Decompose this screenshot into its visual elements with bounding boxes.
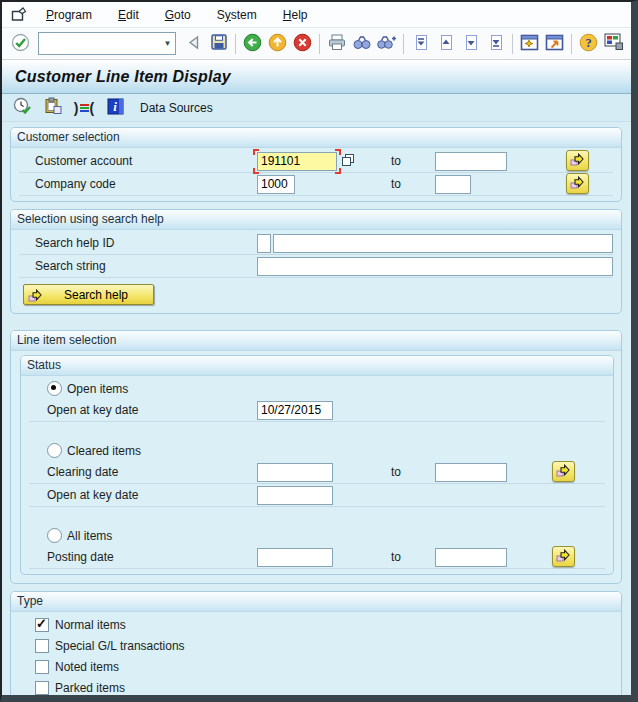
toolbar-separator: [235, 34, 236, 54]
company-code-label: Company code: [35, 177, 257, 191]
special-gl-transactions-label: Special G/L transactions: [55, 639, 185, 653]
customer-selection-section: Customer selection Customer account to: [10, 127, 622, 202]
next-page-button[interactable]: [458, 31, 483, 56]
exit-icon: [268, 33, 287, 55]
open-at-key-date-label: Open at key date: [47, 403, 257, 417]
focus-frame: [257, 152, 337, 171]
matchcode-button[interactable]: [339, 153, 356, 170]
execute-button[interactable]: [11, 97, 33, 119]
clearing-date-multiple-selection-button[interactable]: [552, 461, 575, 482]
info-button[interactable]: i: [104, 97, 126, 119]
company-code-input[interactable]: [257, 175, 295, 194]
create-shortcut-button[interactable]: [542, 31, 567, 56]
toolbar-separator: [571, 34, 572, 54]
customer-account-multiple-selection-button[interactable]: [566, 150, 589, 171]
toolbar-separator: [403, 34, 404, 54]
search-help-button-label: Search help: [43, 288, 149, 302]
parked-items-checkbox[interactable]: [35, 681, 49, 695]
noted-items-checkbox[interactable]: [35, 660, 49, 674]
menu-program[interactable]: Program: [33, 5, 105, 25]
search-help-id-text-input[interactable]: [273, 234, 613, 253]
section-title: Customer selection: [11, 128, 621, 148]
dynamic-selections-button[interactable]: ) (: [73, 97, 95, 119]
search-help-id-input[interactable]: [257, 234, 271, 253]
multiple-selection-icon: [570, 152, 585, 169]
customer-account-to-input[interactable]: [435, 152, 507, 171]
find-button[interactable]: [349, 31, 374, 56]
noted-items-label: Noted items: [55, 660, 119, 674]
sap-window: Program Edit Goto System Help ▼: [0, 0, 638, 702]
find-next-button[interactable]: [374, 31, 399, 56]
normal-items-label: Normal items: [55, 618, 126, 632]
multiple-selection-icon: [28, 288, 43, 302]
last-page-button[interactable]: [483, 31, 508, 56]
noted-items-row: Noted items: [19, 656, 613, 677]
company-code-multiple-selection-button[interactable]: [566, 173, 589, 194]
back-icon: [243, 33, 262, 55]
dynamic-selections-icon: [80, 104, 89, 112]
search-string-row: Search string: [19, 255, 613, 278]
command-dropdown-icon[interactable]: ▼: [160, 34, 175, 53]
print-button[interactable]: [324, 31, 349, 56]
posting-date-multiple-selection-button[interactable]: [552, 546, 575, 567]
cleared-open-at-key-date-input[interactable]: [257, 486, 333, 505]
exit-button[interactable]: [265, 31, 290, 56]
toolbar-separator: [512, 34, 513, 54]
save-icon: [210, 33, 228, 54]
customer-account-label: Customer account: [35, 154, 257, 168]
new-session-icon: [520, 34, 539, 54]
menu-goto[interactable]: Goto: [152, 5, 204, 25]
enter-button[interactable]: [8, 31, 33, 56]
section-title: Type: [11, 592, 621, 612]
last-page-icon: [488, 34, 504, 54]
multiple-selection-icon: [556, 463, 571, 480]
customize-layout-button[interactable]: [601, 31, 626, 56]
open-at-key-date-row: Open at key date: [29, 399, 605, 422]
posting-date-to-input[interactable]: [435, 548, 507, 567]
collapse-command-button[interactable]: [181, 31, 206, 56]
page-title: Customer Line Item Display: [15, 68, 231, 86]
search-string-input[interactable]: [257, 257, 613, 276]
command-input[interactable]: [39, 35, 160, 52]
section-title: Selection using search help: [11, 210, 621, 230]
multiple-selection-icon: [570, 175, 585, 192]
customize-icon: [604, 33, 624, 54]
all-items-radio[interactable]: [47, 528, 62, 543]
new-session-button[interactable]: [517, 31, 542, 56]
window-menu-icon[interactable]: [7, 6, 29, 24]
posting-date-input[interactable]: [257, 548, 333, 567]
search-help-button[interactable]: Search help: [23, 284, 154, 305]
get-variant-button[interactable]: [42, 97, 64, 119]
save-button[interactable]: [206, 31, 231, 56]
clearing-date-label: Clearing date: [47, 465, 257, 479]
company-code-row: Company code to: [19, 173, 613, 196]
help-button[interactable]: ?: [576, 31, 601, 56]
menu-help[interactable]: Help: [270, 5, 321, 25]
company-code-to-input[interactable]: [435, 175, 471, 194]
application-toolbar: ) ( i Data Sources: [2, 94, 631, 122]
previous-page-button[interactable]: [433, 31, 458, 56]
special-gl-transactions-checkbox[interactable]: [35, 639, 49, 653]
special-gl-transactions-row: Special G/L transactions: [19, 635, 613, 656]
open-items-radio[interactable]: [47, 381, 62, 396]
menu-system[interactable]: System: [204, 5, 270, 25]
first-page-button[interactable]: [408, 31, 433, 56]
next-page-icon: [463, 34, 479, 54]
search-string-label: Search string: [35, 259, 257, 273]
matchcode-icon: [341, 153, 355, 170]
print-icon: [328, 34, 346, 54]
open-at-key-date-input[interactable]: [257, 401, 333, 420]
parked-items-row: Parked items: [19, 677, 613, 698]
cancel-button[interactable]: [290, 31, 315, 56]
customer-account-input[interactable]: [257, 152, 337, 171]
normal-items-checkbox[interactable]: [35, 618, 49, 632]
cleared-items-radio[interactable]: [47, 443, 62, 458]
clearing-date-to-input[interactable]: [435, 463, 507, 482]
data-sources-button[interactable]: Data Sources: [135, 99, 218, 117]
clearing-date-input[interactable]: [257, 463, 333, 482]
back-button[interactable]: [240, 31, 265, 56]
all-items-label: All items: [67, 529, 112, 543]
enter-icon: [11, 33, 30, 55]
menu-edit[interactable]: Edit: [105, 5, 152, 25]
shortcut-icon: [545, 34, 564, 54]
